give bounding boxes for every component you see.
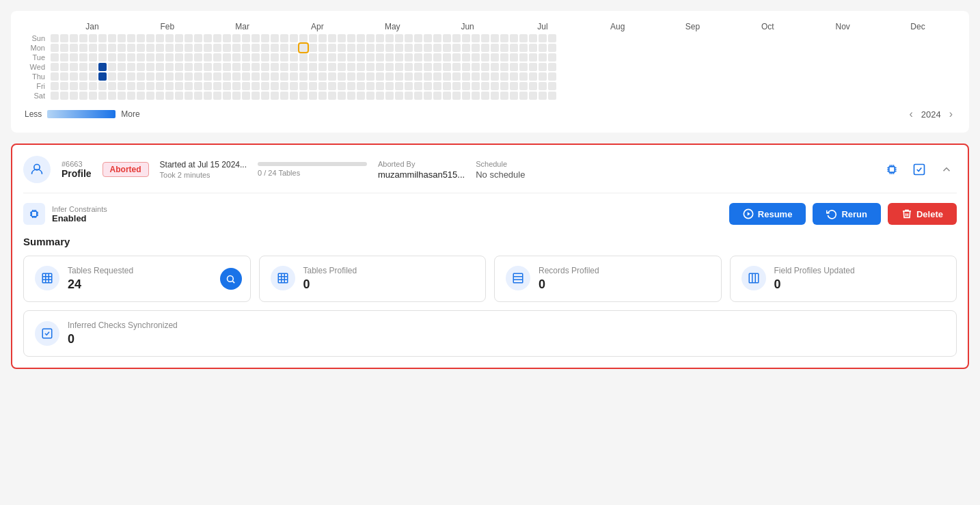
- calendar-cell[interactable]: [280, 63, 288, 71]
- calendar-cell[interactable]: [251, 44, 260, 52]
- calendar-cell[interactable]: [500, 92, 508, 100]
- calendar-cell[interactable]: [251, 63, 260, 71]
- calendar-cell[interactable]: [462, 44, 470, 52]
- calendar-cell[interactable]: [51, 92, 59, 100]
- calendar-cell[interactable]: [519, 92, 528, 100]
- calendar-cell[interactable]: [204, 53, 212, 62]
- calendar-cell[interactable]: [424, 44, 432, 52]
- calendar-cell[interactable]: [290, 72, 298, 81]
- calendar-cell[interactable]: [194, 82, 202, 90]
- calendar-cell[interactable]: [60, 82, 68, 90]
- calendar-cell[interactable]: [299, 34, 308, 42]
- calendar-cell[interactable]: [500, 53, 508, 62]
- calendar-cell[interactable]: [443, 72, 451, 81]
- calendar-cell[interactable]: [213, 53, 221, 62]
- calendar-cell[interactable]: [51, 63, 59, 71]
- calendar-cell[interactable]: [271, 44, 279, 52]
- calendar-cell[interactable]: [357, 53, 365, 62]
- calendar-cell[interactable]: [424, 53, 432, 62]
- calendar-cell[interactable]: [51, 82, 59, 90]
- calendar-cell[interactable]: [519, 72, 528, 81]
- calendar-cell[interactable]: [395, 44, 403, 52]
- calendar-cell[interactable]: [175, 34, 183, 42]
- calendar-cell[interactable]: [452, 63, 461, 71]
- calendar-cell[interactable]: [481, 53, 489, 62]
- calendar-cell[interactable]: [271, 72, 279, 81]
- calendar-cell[interactable]: [472, 53, 480, 62]
- calendar-cell[interactable]: [481, 72, 489, 81]
- calendar-cell[interactable]: [414, 72, 422, 81]
- calendar-cell[interactable]: [424, 34, 432, 42]
- calendar-cell[interactable]: [127, 92, 135, 100]
- calendar-cell[interactable]: [79, 92, 87, 100]
- calendar-cell[interactable]: [70, 92, 78, 100]
- calendar-cell[interactable]: [137, 53, 145, 62]
- calendar-cell[interactable]: [251, 72, 260, 81]
- calendar-cell[interactable]: [357, 63, 365, 71]
- calendar-cell[interactable]: [156, 82, 164, 90]
- calendar-cell[interactable]: [443, 53, 451, 62]
- calendar-cell[interactable]: [251, 34, 260, 42]
- calendar-cell[interactable]: [366, 34, 375, 42]
- calendar-cell[interactable]: [79, 72, 87, 81]
- calendar-cell[interactable]: [481, 44, 489, 52]
- calendar-cell[interactable]: [385, 53, 394, 62]
- calendar-cell[interactable]: [357, 34, 365, 42]
- calendar-cell[interactable]: [165, 92, 174, 100]
- calendar-cell[interactable]: [328, 63, 336, 71]
- resume-button[interactable]: Resume: [729, 203, 806, 225]
- calendar-cell[interactable]: [328, 82, 336, 90]
- calendar-cell[interactable]: [529, 72, 537, 81]
- calendar-cell[interactable]: [472, 63, 480, 71]
- calendar-cell[interactable]: [290, 92, 298, 100]
- calendar-cell[interactable]: [60, 53, 68, 62]
- calendar-cell[interactable]: [146, 82, 154, 90]
- calendar-cell[interactable]: [185, 44, 193, 52]
- calendar-cell[interactable]: [185, 53, 193, 62]
- calendar-cell[interactable]: [175, 72, 183, 81]
- calendar-cell[interactable]: [185, 34, 193, 42]
- calendar-cell[interactable]: [137, 34, 145, 42]
- calendar-cell[interactable]: [299, 72, 308, 81]
- calendar-cell[interactable]: [328, 72, 336, 81]
- calendar-cell[interactable]: [223, 82, 231, 90]
- calendar-cell[interactable]: [213, 44, 221, 52]
- calendar-cell[interactable]: [338, 82, 346, 90]
- calendar-cell[interactable]: [98, 72, 107, 81]
- calendar-cell[interactable]: [376, 63, 384, 71]
- calendar-cell[interactable]: [309, 34, 317, 42]
- calendar-cell[interactable]: [118, 92, 126, 100]
- calendar-cell[interactable]: [519, 82, 528, 90]
- calendar-cell[interactable]: [309, 63, 317, 71]
- calendar-cell[interactable]: [519, 63, 528, 71]
- calendar-cell[interactable]: [79, 82, 87, 90]
- calendar-cell[interactable]: [338, 44, 346, 52]
- calendar-cell[interactable]: [405, 82, 413, 90]
- calendar-cell[interactable]: [318, 63, 327, 71]
- calendar-cell[interactable]: [548, 63, 556, 71]
- calendar-cell[interactable]: [328, 34, 336, 42]
- calendar-cell[interactable]: [376, 92, 384, 100]
- calendar-cell[interactable]: [510, 72, 518, 81]
- calendar-cell[interactable]: [414, 44, 422, 52]
- calendar-cell[interactable]: [280, 82, 288, 90]
- calendar-cell[interactable]: [357, 82, 365, 90]
- calendar-cell[interactable]: [146, 63, 154, 71]
- calendar-cell[interactable]: [462, 63, 470, 71]
- calendar-cell[interactable]: [98, 82, 107, 90]
- calendar-cell[interactable]: [232, 72, 241, 81]
- calendar-cell[interactable]: [539, 92, 547, 100]
- calendar-cell[interactable]: [539, 34, 547, 42]
- checklist-icon-button[interactable]: [909, 159, 929, 180]
- calendar-cell[interactable]: [146, 92, 154, 100]
- calendar-cell[interactable]: [491, 82, 499, 90]
- calendar-cell[interactable]: [299, 92, 308, 100]
- calendar-cell[interactable]: [433, 53, 441, 62]
- calendar-cell[interactable]: [242, 44, 250, 52]
- calendar-cell[interactable]: [194, 63, 202, 71]
- calendar-cell[interactable]: [204, 34, 212, 42]
- calendar-cell[interactable]: [232, 63, 241, 71]
- calendar-cell[interactable]: [204, 82, 212, 90]
- calendar-cell[interactable]: [165, 34, 174, 42]
- calendar-cell[interactable]: [261, 82, 269, 90]
